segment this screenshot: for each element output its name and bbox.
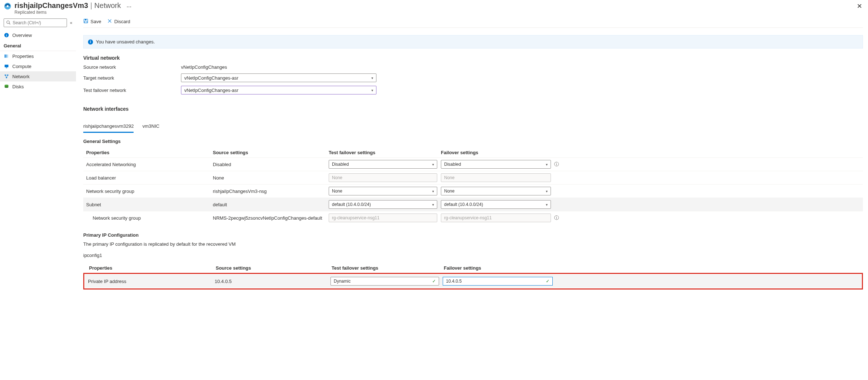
svg-rect-22 <box>85 21 87 23</box>
unsaved-changes-banner: i You have unsaved changes. <box>83 35 863 48</box>
chevron-down-icon: ▾ <box>432 162 434 166</box>
save-button-label: Save <box>90 19 101 24</box>
site-recovery-icon <box>4 1 14 11</box>
chevron-down-icon: ▾ <box>432 189 434 193</box>
primary-ip-note: The primary IP configuration is replicat… <box>83 241 863 247</box>
command-bar: Save Discard <box>83 18 863 28</box>
svg-line-15 <box>5 75 7 78</box>
th-source: Source settings <box>216 265 332 271</box>
svg-rect-21 <box>85 19 86 21</box>
th-fo: Failover settings <box>441 150 553 155</box>
check-icon: ✓ <box>432 279 436 284</box>
sidebar-item-properties[interactable]: Properties <box>0 51 76 61</box>
section-title-virtual-network: Virtual network <box>83 55 863 61</box>
dropdown-tfo-network[interactable]: vNetIpConfigChanges-asr ▾ <box>181 86 376 94</box>
save-icon <box>83 18 88 25</box>
info-icon[interactable]: ⓘ <box>554 161 559 167</box>
value-source-network: vNetIpConfigChanges <box>181 64 227 70</box>
blade-title: Network <box>94 1 121 10</box>
th-properties: Properties <box>89 265 216 271</box>
svg-line-3 <box>9 23 10 24</box>
sidebar-search[interactable] <box>4 18 67 27</box>
subsection-general-settings: General Settings <box>83 139 863 144</box>
general-settings-table: Properties Source settings Test failover… <box>83 148 863 224</box>
info-icon[interactable]: ⓘ <box>554 215 559 220</box>
title-separator: | <box>90 1 92 10</box>
disks-icon <box>4 84 9 89</box>
sidebar-group-general: General <box>0 42 76 51</box>
svg-point-1 <box>7 5 9 7</box>
resource-name: rishjaiIpChangesVm3 <box>14 1 88 10</box>
blade-header: rishjaiIpChangesVm3 | Network ... Replic… <box>0 0 868 16</box>
chevron-down-icon: ▾ <box>546 203 548 207</box>
discard-button-label: Discard <box>114 19 130 24</box>
readonly-lb-fo: None <box>441 173 551 182</box>
readonly-subnsg-tfo: rg-cleanupservice-nsg11 <box>329 214 437 222</box>
label-source-network: Source network <box>83 64 181 70</box>
ipconfig-name: ipconfig1 <box>83 253 863 258</box>
network-icon <box>4 73 9 79</box>
th-fo: Failover settings <box>444 265 556 271</box>
tab-nic-0[interactable]: rishjaiipchangesvm3292 <box>83 122 134 133</box>
svg-rect-7 <box>6 55 7 58</box>
check-icon: ✓ <box>546 279 549 284</box>
section-title-nics: Network interfaces <box>83 106 863 112</box>
chevron-down-icon: ▾ <box>546 189 548 193</box>
properties-icon <box>4 53 9 59</box>
label-target-network: Target network <box>83 75 181 81</box>
compute-icon <box>4 63 9 69</box>
subsection-primary-ip: Primary IP Configuration <box>83 232 863 238</box>
search-icon <box>6 20 10 26</box>
sidebar-item-label: Network <box>12 74 30 79</box>
sidebar-item-label: Disks <box>12 84 24 89</box>
dropdown-subnet-tfo[interactable]: default (10.4.0.0/24)▾ <box>329 200 437 209</box>
table-row: Network security group rishjaiIpChangesV… <box>83 184 863 198</box>
info-circle-icon: i <box>4 32 9 38</box>
table-row: Network security group NRMS-2pecgwj5zson… <box>83 211 863 224</box>
svg-rect-9 <box>5 65 9 67</box>
discard-icon <box>107 18 112 25</box>
chevron-down-icon: ▾ <box>432 203 434 207</box>
sidebar-item-network[interactable]: Network <box>0 71 76 81</box>
nic-tabs: rishjaiipchangesvm3292 vm3NIC <box>83 122 863 133</box>
sidebar-search-input[interactable] <box>13 20 64 25</box>
sidebar: « i Overview General Properties <box>0 16 76 297</box>
save-button[interactable]: Save <box>83 18 101 25</box>
primary-ip-table: Properties Source settings Test failover… <box>83 263 863 290</box>
table-row: Private IP address 10.4.0.5 Dynamic ✓ 10… <box>85 275 861 288</box>
table-row: Subnet default default (10.4.0.0/24)▾ de… <box>83 198 863 211</box>
chevron-down-icon: ▾ <box>371 76 373 80</box>
dropdown-private-ip-tfo[interactable]: Dynamic ✓ <box>330 277 439 286</box>
discard-button[interactable]: Discard <box>107 18 130 25</box>
svg-text:i: i <box>6 34 7 37</box>
breadcrumb: Replicated items <box>14 10 132 15</box>
th-source: Source settings <box>213 150 329 155</box>
highlighted-row-container: Private IP address 10.4.0.5 Dynamic ✓ 10… <box>83 273 863 290</box>
svg-rect-10 <box>6 68 7 68</box>
tab-nic-1[interactable]: vm3NIC <box>142 122 159 133</box>
dropdown-subnet-fo[interactable]: default (10.4.0.0/24)▾ <box>441 200 551 209</box>
dropdown-nsg-fo[interactable]: None▾ <box>441 187 551 195</box>
close-icon[interactable]: ✕ <box>855 1 864 11</box>
sidebar-item-label: Overview <box>12 33 32 38</box>
main-content: Save Discard i You have unsaved changes.… <box>76 16 868 297</box>
dropdown-acc-net-fo[interactable]: Disabled▾ <box>441 160 551 169</box>
sidebar-item-label: Properties <box>12 54 34 59</box>
chevron-down-icon: ▾ <box>546 162 548 166</box>
sidebar-item-overview[interactable]: i Overview <box>0 30 76 40</box>
sidebar-item-compute[interactable]: Compute <box>0 61 76 71</box>
th-tfo: Test failover settings <box>332 265 444 271</box>
more-actions-icon[interactable]: ... <box>127 3 132 8</box>
collapse-sidebar-icon[interactable]: « <box>69 20 73 26</box>
svg-rect-6 <box>5 55 6 58</box>
dropdown-acc-net-tfo[interactable]: Disabled▾ <box>329 160 437 169</box>
readonly-subnsg-fo: rg-cleanupservice-nsg11 <box>441 214 551 222</box>
input-private-ip-fo[interactable]: 10.4.0.5 ✓ <box>443 277 553 286</box>
table-row: Load balancer None None None <box>83 171 863 184</box>
th-properties: Properties <box>86 150 213 155</box>
sidebar-item-label: Compute <box>12 64 31 69</box>
sidebar-item-disks[interactable]: Disks <box>0 81 76 92</box>
dropdown-target-network[interactable]: vNetIpConfigChanges-asr ▾ <box>181 73 376 82</box>
table-row: Accelerated Networking Disabled Disabled… <box>83 157 863 171</box>
dropdown-nsg-tfo[interactable]: None▾ <box>329 187 437 195</box>
